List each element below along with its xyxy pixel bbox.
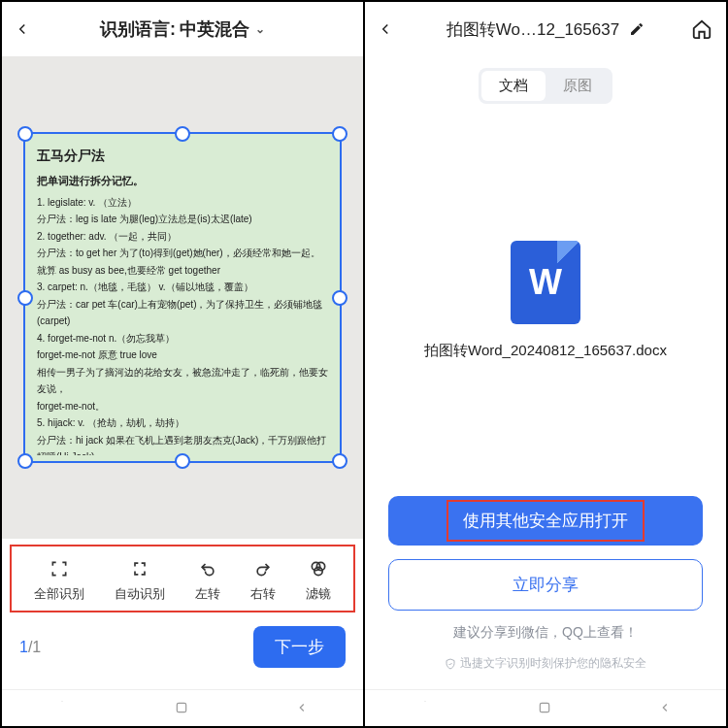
svg-point-2 <box>314 567 321 575</box>
doc-line: 1. legislate: v. （立法） <box>37 194 328 212</box>
share-hint: 建议分享到微信，QQ上查看！ <box>388 624 703 642</box>
page-current: 1 <box>19 639 28 655</box>
page-total: /1 <box>28 639 41 655</box>
edit-icon[interactable] <box>629 21 645 37</box>
doc-line: 就算 as busy as bee,也要经常 get together <box>37 262 328 280</box>
doc-line: 2. together: adv. （一起，共同） <box>37 228 328 246</box>
nav-home-icon[interactable] <box>538 701 553 716</box>
back-icon[interactable] <box>377 20 394 38</box>
back-icon[interactable] <box>14 20 31 38</box>
system-navbar-left <box>2 689 363 726</box>
doc-line: forget-me-not 原意 true love <box>37 347 328 364</box>
doc-line: 分尸法：hi jack 如果在飞机上遇到老朋友杰克(Jack)，千万别跟他打招呼… <box>37 432 328 455</box>
crop-handle-bm[interactable] <box>175 453 190 469</box>
doc-line: 相传一男子为了摘河边的花给女友，被急流冲走了，临死前，他要女友说， <box>37 364 328 398</box>
doc-line: 分尸法：to get her 为了(to)得到(get)她(her)，必须经常和… <box>37 245 328 262</box>
segment-original[interactable]: 原图 <box>546 71 610 101</box>
svg-rect-4 <box>177 703 185 711</box>
svg-rect-6 <box>540 703 548 711</box>
document-content: 五马分尸法 把单词进行拆分记忆。 1. legislate: v. （立法）分尸… <box>31 140 334 455</box>
left-pane: 识别语言: 中英混合 ⌄ 五马分尸法 把单词进行拆分记忆。 1. legisla… <box>2 2 363 726</box>
nav-recents-icon[interactable] <box>417 701 433 716</box>
crop-handle-ml[interactable] <box>17 290 33 306</box>
doc-line: 分尸法：car pet 车(car)上有宠物(pet)，为了保持卫生，必须铺地毯… <box>37 296 328 330</box>
tool-rotate-left[interactable]: 左转 <box>195 558 220 603</box>
doc-line: 5. hijack: v. （抢劫，劫机，劫持） <box>37 414 328 432</box>
share-button[interactable]: 立即分享 <box>388 559 703 611</box>
nav-recents-icon[interactable] <box>54 701 70 716</box>
chevron-down-icon[interactable]: ⌄ <box>255 22 265 36</box>
crop-handle-tl[interactable] <box>17 126 33 142</box>
crop-handle-tr[interactable] <box>332 126 347 142</box>
footer: 1/1 下一步 <box>2 612 363 689</box>
pager: 1/1 <box>19 639 41 656</box>
doc-line: forget-me-not。 <box>37 398 328 415</box>
file-title[interactable]: 拍图转Wo…12_165637 <box>447 18 645 41</box>
crop-all-icon <box>49 558 70 579</box>
system-navbar-right <box>365 689 726 726</box>
crop-auto-icon <box>129 558 150 579</box>
tool-crop-all[interactable]: 全部识别 <box>34 558 84 603</box>
toolbar: 全部识别 自动识别 左转 右转 滤镜 <box>10 545 355 612</box>
home-icon[interactable] <box>691 18 712 40</box>
privacy-hint: 迅捷文字识别时刻保护您的隐私安全 <box>365 655 726 672</box>
rotate-right-icon <box>252 558 274 579</box>
rotate-left-icon <box>197 558 218 579</box>
image-preview[interactable]: 五马分尸法 把单词进行拆分记忆。 1. legislate: v. （立法）分尸… <box>2 56 363 539</box>
segment-control: 文档 原图 <box>365 68 726 104</box>
nav-back-icon[interactable] <box>658 701 674 716</box>
actions: 使用其他安全应用打开 立即分享 建议分享到微信，QQ上查看！ <box>365 496 726 655</box>
crop-handle-br[interactable] <box>332 453 347 469</box>
tool-filter[interactable]: 滤镜 <box>306 558 331 603</box>
shield-icon <box>445 658 456 670</box>
doc-line: 分尸法：leg is late 为腿(leg)立法总是(is)太迟(late) <box>37 211 328 228</box>
right-header: 拍图转Wo…12_165637 <box>365 2 726 56</box>
crop-handle-bl[interactable] <box>17 453 33 469</box>
file-area: W 拍图转Word_20240812_165637.docx <box>365 104 726 496</box>
doc-subtitle: 把单词进行拆分记忆。 <box>37 172 328 190</box>
left-header: 识别语言: 中英混合 ⌄ <box>2 2 363 56</box>
tool-rotate-right[interactable]: 右转 <box>250 558 276 603</box>
nav-home-icon[interactable] <box>175 701 190 716</box>
crop-box[interactable]: 五马分尸法 把单词进行拆分记忆。 1. legislate: v. （立法）分尸… <box>23 132 342 463</box>
doc-title: 五马分尸法 <box>37 144 328 168</box>
nav-back-icon[interactable] <box>295 701 311 716</box>
lang-value[interactable]: 中英混合 <box>180 17 249 41</box>
filename-label: 拍图转Word_20240812_165637.docx <box>413 342 678 360</box>
next-button[interactable]: 下一步 <box>253 626 346 668</box>
doc-line: 4. forget-me-not n.（勿忘我草） <box>37 330 328 347</box>
right-pane: 拍图转Wo…12_165637 文档 原图 W 拍图转Word_20240812… <box>363 2 726 726</box>
lang-label: 识别语言: <box>100 17 176 41</box>
filter-icon <box>308 558 329 579</box>
doc-line: 3. carpet: n.（地毯，毛毯） v.（铺以地毯，覆盖） <box>37 279 328 296</box>
open-with-button[interactable]: 使用其他安全应用打开 <box>388 496 703 546</box>
tool-crop-auto[interactable]: 自动识别 <box>115 558 165 603</box>
word-file-icon: W <box>511 241 580 324</box>
segment-doc[interactable]: 文档 <box>481 71 546 101</box>
crop-handle-tm[interactable] <box>175 126 190 142</box>
crop-handle-mr[interactable] <box>332 290 347 306</box>
